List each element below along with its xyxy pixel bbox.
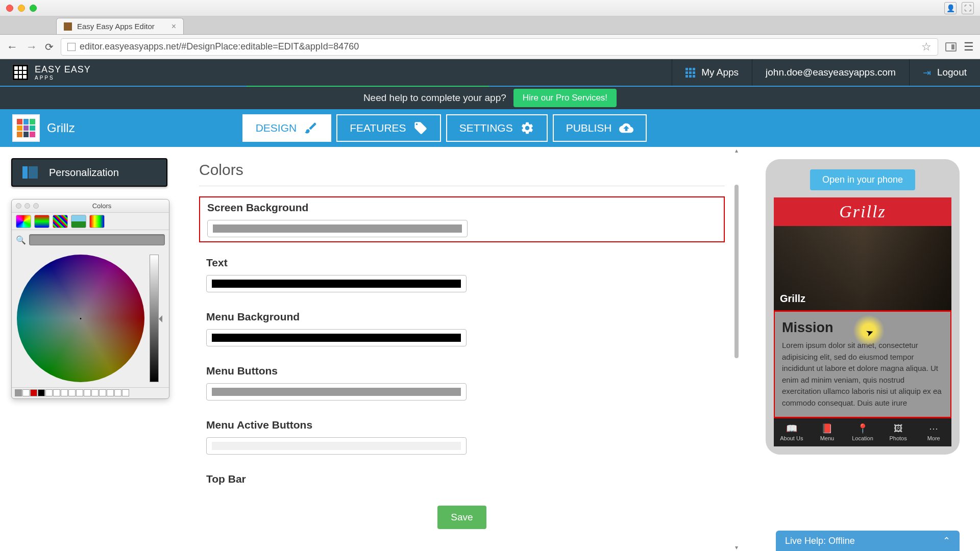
color-swatch-bar [212,334,461,342]
cp-max-icon[interactable] [33,203,39,209]
scrollbar[interactable]: ▴ ▾ [733,147,740,551]
brand-logo[interactable]: EASY EASY APPS [12,64,91,81]
color-input[interactable] [206,275,467,292]
cp-wheel-tab-icon[interactable] [16,215,31,228]
live-help-text: Live Help: Offline [785,536,855,546]
phone-tab-more[interactable]: ⋯More [916,418,951,446]
tab-publish-label: PUBLISH [566,122,612,134]
scroll-up-icon[interactable]: ▴ [735,147,738,154]
cp-min-icon[interactable] [24,203,30,209]
tab-design[interactable]: DESIGN [242,114,332,142]
help-banner-text: Need help to complete your app? [363,92,506,104]
expand-icon[interactable]: ⛶ [962,2,974,14]
panel-icon[interactable] [945,42,957,52]
swatch[interactable] [38,389,45,396]
tab-close-icon[interactable]: × [172,22,176,31]
cp-image-tab-icon[interactable] [71,215,86,228]
swatch[interactable] [122,389,129,396]
color-label: Top Bar [206,473,718,485]
tab-design-label: DESIGN [256,122,297,134]
brightness-slider[interactable] [150,255,159,382]
cp-close-icon[interactable] [16,203,21,209]
browser-tab-bar: Easy Easy Apps Editor × [0,16,980,35]
layout-icon [22,166,38,179]
personalization-button[interactable]: Personalization [11,158,167,187]
swatch[interactable] [68,389,76,396]
swatch[interactable] [91,389,99,396]
phone-frame: Open in your phone Grillz Grillz ➤ Missi… [766,159,960,455]
color-label: Menu Active Buttons [206,419,718,431]
cp-crayons-tab-icon[interactable] [89,215,105,228]
swatch[interactable] [99,389,106,396]
swatch[interactable] [53,389,60,396]
tab-features[interactable]: FEATURES [336,114,440,142]
brand-name-line1: EASY EASY [35,64,91,75]
close-window-button[interactable] [6,5,13,12]
swatch[interactable] [22,389,30,396]
tab-title: Easy Easy Apps Editor [77,22,155,31]
phone-tab-menu[interactable]: 📕Menu [810,418,845,446]
user-email-link[interactable]: john.doe@easyeasyapps.com [752,59,909,86]
color-label: Screen Background [207,202,717,214]
menu-book-icon: 📕 [821,423,832,434]
swatch[interactable] [84,389,91,396]
open-in-phone-button[interactable]: Open in your phone [810,169,915,190]
app-icon[interactable] [12,114,40,142]
open-sign-icon: 📖 [786,423,797,434]
browser-tab[interactable]: Easy Easy Apps Editor × [56,18,184,34]
reload-button[interactable]: ⟳ [45,41,54,53]
phone-tab-about[interactable]: 📖About Us [774,418,810,446]
logo-grid-icon [12,64,29,81]
live-help-bar[interactable]: Live Help: Offline ⌃ [776,531,960,551]
phone-tab-photos[interactable]: 🖼Photos [880,418,916,446]
color-swatch-bar [212,388,461,396]
swatch[interactable] [114,389,121,396]
more-icon: ⋯ [929,423,938,434]
minimize-window-button[interactable] [18,5,25,12]
color-group-menu-buttons: Menu Buttons [199,361,725,405]
pin-icon: 📍 [857,423,868,434]
pro-services-button[interactable]: Hire our Pro Services! [513,89,617,107]
color-picker-titlebar[interactable]: Colors [12,199,169,213]
swatch[interactable] [15,389,22,396]
save-button[interactable]: Save [437,506,486,529]
scroll-down-icon[interactable]: ▾ [735,544,738,551]
color-input[interactable] [206,329,467,346]
cp-current-color-swatch[interactable] [29,234,165,245]
apps-grid-icon [685,68,695,78]
scroll-thumb[interactable] [734,185,739,358]
swatch[interactable] [107,389,114,396]
color-input[interactable] [206,383,467,400]
swatch[interactable] [61,389,68,396]
mission-body: Lorem ipsum dolor sit amet, consectetur … [782,340,943,409]
tag-icon [413,121,428,135]
logout-link[interactable]: ⇥ Logout [909,59,980,86]
tab-favicon-icon [64,22,72,31]
back-button[interactable]: ← [6,40,18,54]
forward-button[interactable]: → [26,40,38,54]
tab-publish[interactable]: PUBLISH [553,114,647,142]
swatch[interactable] [76,389,83,396]
swatch[interactable] [30,389,37,396]
swatch[interactable] [45,389,53,396]
hero-caption: Grillz [780,293,805,305]
cp-sliders-tab-icon[interactable] [34,215,50,228]
cp-palette-tab-icon[interactable] [53,215,68,228]
user-icon[interactable]: 👤 [944,2,957,14]
cp-search-icon[interactable]: 🔍 [16,235,26,245]
bookmark-star-icon[interactable]: ☆ [921,40,932,54]
tab-settings[interactable]: SETTINGS [446,114,548,142]
menu-icon[interactable]: ☰ [964,40,974,54]
phone-tab-location[interactable]: 📍Location [845,418,880,446]
address-bar[interactable]: editor.easyeasyapps.net/#DesignPlace:edi… [61,38,938,56]
color-swatch-bar [212,442,461,450]
help-banner: Need help to complete your app? Hire our… [0,86,980,109]
color-input[interactable] [206,437,467,455]
color-label: Menu Background [206,311,718,323]
page-icon [67,43,76,51]
maximize-window-button[interactable] [30,5,37,12]
color-input[interactable] [207,220,468,237]
color-wheel[interactable] [17,255,144,382]
user-email-text: john.doe@easyeasyapps.com [766,67,896,78]
my-apps-link[interactable]: My Apps [672,59,752,86]
